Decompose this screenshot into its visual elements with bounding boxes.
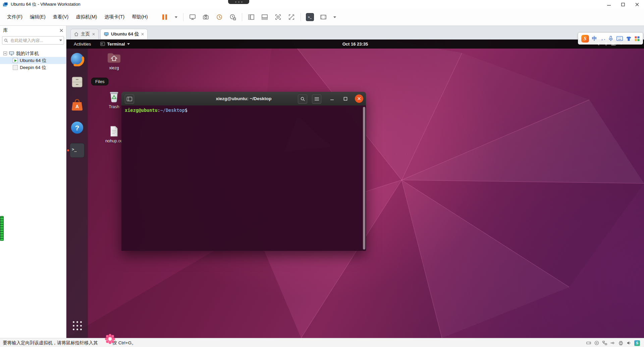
- tree-node-deepin-vm[interactable]: Deepin 64 位: [0, 64, 66, 71]
- tab-close-icon[interactable]: [141, 33, 144, 36]
- search-icon: [301, 97, 305, 101]
- dock-item-ubuntu-software[interactable]: A: [69, 97, 85, 113]
- soft-keyboard-icon[interactable]: [616, 36, 623, 41]
- show-thumbnail-bar-button[interactable]: [260, 13, 269, 21]
- library-title: 库: [3, 27, 8, 33]
- tab-close-icon[interactable]: [92, 33, 95, 36]
- virtual-console-button[interactable]: >_: [306, 13, 314, 21]
- search-filter-caret-icon[interactable]: [59, 40, 62, 41]
- tab-label: 主页: [81, 31, 90, 37]
- suspend-button[interactable]: [160, 13, 169, 21]
- fullscreen-dropdown-caret[interactable]: [332, 13, 337, 21]
- tree-node-label: Deepin 64 位: [20, 65, 46, 71]
- toolbar: >_: [160, 13, 337, 21]
- app-menu-button[interactable]: Terminal: [100, 42, 129, 47]
- hamburger-icon: [315, 97, 319, 101]
- tab-ubuntu-vm[interactable]: Ubuntu 64 位: [100, 29, 148, 39]
- cd-icon[interactable]: [594, 340, 599, 346]
- toolbar-pull-tab[interactable]: [228, 0, 249, 4]
- send-ctrl-alt-del-button[interactable]: [188, 13, 197, 21]
- menu-vm[interactable]: 虚拟机(M): [72, 12, 101, 22]
- vm-powered-off-icon: [13, 65, 18, 70]
- library-panel: 库: [0, 26, 66, 338]
- network-adapter-icon[interactable]: [602, 340, 607, 346]
- ime-tray-icon[interactable]: S: [634, 340, 640, 346]
- show-library-button[interactable]: [247, 13, 256, 21]
- manage-snapshots-button[interactable]: [228, 13, 237, 21]
- tree-node-my-computer[interactable]: 我的计算机: [0, 50, 66, 57]
- show-applications-button[interactable]: [69, 318, 85, 333]
- dock-item-files[interactable]: [69, 74, 85, 90]
- new-terminal-tab-button[interactable]: [125, 94, 134, 104]
- running-indicator-dot: [67, 149, 69, 151]
- terminal-body[interactable]: xiezg@ubuntu:~/Desktop$: [121, 106, 366, 251]
- app-grid-icon: [73, 321, 82, 330]
- app-menu-label: Terminal: [107, 42, 125, 47]
- fit-guest-button[interactable]: [274, 13, 282, 21]
- hdd-icon[interactable]: [586, 340, 591, 346]
- ubuntu-software-icon: A: [70, 98, 85, 112]
- terminal-minimize-button[interactable]: [328, 94, 336, 103]
- desktop-icon-label: xiezg: [109, 66, 119, 70]
- menu-file[interactable]: 文件(F): [3, 12, 26, 22]
- sogou-logo-icon[interactable]: S: [581, 35, 589, 43]
- clock-button[interactable]: Oct 16 23:35: [342, 42, 368, 47]
- terminal-maximize-button[interactable]: [341, 94, 350, 103]
- skin-shirt-icon[interactable]: [626, 36, 632, 41]
- vm-console-screen[interactable]: Activities Terminal Oct 16 23:35: [66, 40, 644, 338]
- menu-help[interactable]: 帮助(H): [128, 12, 151, 22]
- printer-icon[interactable]: [618, 340, 624, 346]
- menu-view[interactable]: 查看(V): [49, 12, 72, 22]
- suspend-dropdown-caret[interactable]: [174, 13, 178, 21]
- prompt-separator: :: [158, 108, 160, 113]
- usb-icon[interactable]: [610, 340, 615, 346]
- revert-snapshot-button[interactable]: [215, 13, 224, 21]
- dock-item-help[interactable]: ?: [69, 120, 85, 135]
- window-title: Ubuntu 64 位 - VMware Workstation: [11, 1, 80, 7]
- vmware-workstation-window: Ubuntu 64 位 - VMware Workstation 文件(F) 编…: [0, 0, 644, 347]
- window-maximize-button[interactable]: [616, 0, 630, 9]
- dock-item-firefox[interactable]: [69, 52, 85, 67]
- help-icon: ?: [70, 121, 84, 134]
- fit-window-button[interactable]: [287, 13, 296, 21]
- tab-strip: 主页 Ubuntu 64 位: [66, 26, 644, 40]
- library-search-input[interactable]: [10, 38, 58, 43]
- terminal-scrollbar[interactable]: [363, 107, 365, 250]
- menu-tabs[interactable]: 选项卡(T): [101, 12, 128, 22]
- terminal-headerbar[interactable]: xiezg@ubuntu: ~/Desktop: [121, 92, 366, 106]
- library-close-icon[interactable]: [60, 29, 63, 32]
- floating-gear-widget[interactable]: [105, 334, 115, 344]
- vm-screen-icon: [104, 32, 109, 36]
- desktop-icon-label: Trash: [109, 105, 119, 109]
- ime-punctuation-toggle[interactable]: ，.: [600, 36, 605, 42]
- desktop-icon-label: nohup.ou: [105, 139, 123, 143]
- prompt-symbol: $: [185, 108, 187, 113]
- terminal-close-button[interactable]: [355, 94, 363, 103]
- library-tree: 我的计算机 Ubuntu 64 位 Deepin 64 位: [0, 47, 66, 71]
- tree-expander-icon[interactable]: [3, 52, 7, 55]
- window-controls: [602, 0, 644, 9]
- activities-button[interactable]: Activities: [72, 42, 93, 47]
- vm-running-icon: [13, 58, 18, 63]
- window-close-button[interactable]: [630, 0, 644, 9]
- toolbox-grid-icon[interactable]: [635, 36, 640, 41]
- microphone-icon[interactable]: [608, 36, 613, 42]
- take-snapshot-button[interactable]: [202, 13, 210, 21]
- menu-edit[interactable]: 编辑(E): [26, 12, 49, 22]
- tree-node-ubuntu-vm[interactable]: Ubuntu 64 位: [0, 57, 66, 64]
- toolbar-separator: [301, 13, 301, 21]
- sound-icon[interactable]: [626, 340, 632, 346]
- terminal-menu-button[interactable]: [312, 94, 321, 104]
- terminal-search-button[interactable]: [298, 94, 307, 104]
- desktop-icon-home-folder[interactable]: xiezg: [99, 51, 129, 70]
- window-minimize-button[interactable]: [602, 0, 616, 9]
- files-tooltip: Files: [91, 78, 108, 85]
- fullscreen-button[interactable]: [319, 13, 328, 21]
- dock: A ? >_: [66, 49, 88, 338]
- statusbar-hint-left: 要将输入定向到该虚拟机，请将鼠标指针移入其: [3, 340, 98, 346]
- ime-mode-toggle[interactable]: 中: [592, 36, 597, 42]
- computer-icon: [9, 51, 14, 56]
- dock-item-terminal[interactable]: >_: [69, 143, 85, 158]
- tab-home[interactable]: 主页: [70, 29, 99, 39]
- home-folder-icon: [99, 51, 129, 64]
